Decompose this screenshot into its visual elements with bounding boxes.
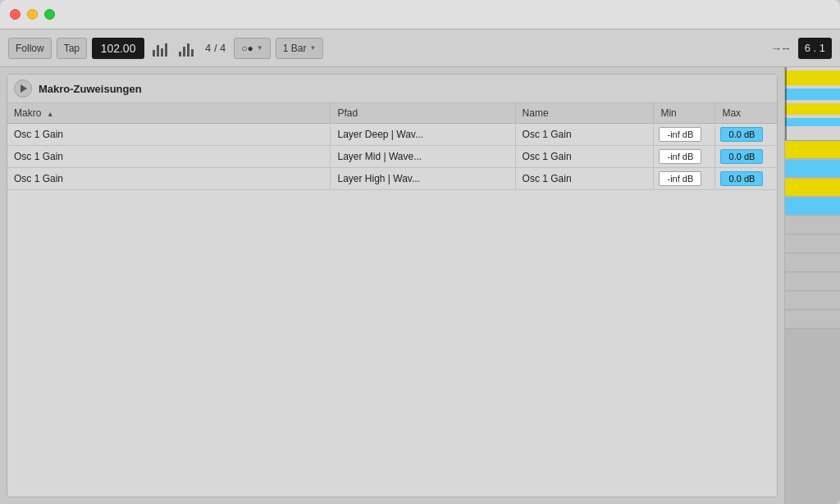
clip-view <box>785 67 840 140</box>
maximize-button[interactable] <box>44 9 55 20</box>
track-slot-10[interactable] <box>785 311 840 329</box>
clip-yellow-1 <box>785 70 840 85</box>
track-slot-8[interactable] <box>785 273 840 291</box>
min-value-box-1[interactable]: -inf dB <box>659 149 701 164</box>
cell-max-1[interactable]: 0.0 dB <box>715 146 777 168</box>
track-slot-6[interactable] <box>785 235 840 253</box>
min-value-box-2[interactable]: -inf dB <box>659 171 701 186</box>
follow-button[interactable]: Follow <box>8 38 52 59</box>
transport-bar: Follow Tap 102.00 4 / 4 ○● 1 Bar →-- 6 .… <box>0 30 840 67</box>
min-value-box-0[interactable]: -inf dB <box>659 127 701 142</box>
track-slot-5[interactable] <box>785 216 840 234</box>
assignments-table: Makro ▲ Pfad Name Min Max Osc 1 GainLaye… <box>7 103 777 190</box>
col-header-max[interactable]: Max <box>715 103 777 124</box>
play-button[interactable] <box>14 79 32 98</box>
clip-view-area <box>785 67 840 141</box>
clip-blue-2 <box>785 118 840 126</box>
col-header-min[interactable]: Min <box>654 103 715 124</box>
left-panel: Makro-Zuweisungen Makro ▲ Pfad Name Min <box>0 67 784 504</box>
cell-min-1[interactable]: -inf dB <box>654 146 715 168</box>
cell-makro-1: Osc 1 Gain <box>7 146 331 168</box>
main-content: Makro-Zuweisungen Makro ▲ Pfad Name Min <box>0 67 840 504</box>
track-slot-1[interactable] <box>785 141 840 159</box>
track-slots <box>785 141 840 504</box>
cell-makro-0: Osc 1 Gain <box>7 124 331 146</box>
track-slot-7[interactable] <box>785 254 840 272</box>
loop-mode-dropdown[interactable]: ○● <box>234 38 270 59</box>
track-slot-3[interactable] <box>785 179 840 197</box>
cell-makro-2: Osc 1 Gain <box>7 168 331 190</box>
beat-icon-1 <box>149 40 171 57</box>
cell-name-2: Osc 1 Gain <box>515 168 654 190</box>
playhead-indicator <box>785 67 787 140</box>
cell-pfad-2: Layer High | Wav... <box>331 168 515 190</box>
cell-max-2[interactable]: 0.0 dB <box>715 168 777 190</box>
table-header-row: Makro ▲ Pfad Name Min Max <box>7 103 777 124</box>
minimize-button[interactable] <box>27 9 38 20</box>
col-header-pfad[interactable]: Pfad <box>331 103 515 124</box>
cell-name-0: Osc 1 Gain <box>515 124 654 146</box>
panel-container: Makro-Zuweisungen Makro ▲ Pfad Name Min <box>7 74 778 497</box>
beat-icon-2 <box>176 40 197 57</box>
position-display[interactable]: 6 . 1 <box>798 38 832 59</box>
cell-min-0[interactable]: -inf dB <box>654 124 715 146</box>
play-triangle-icon <box>21 84 27 93</box>
cell-pfad-1: Layer Mid | Wave... <box>331 146 515 168</box>
arrow-button[interactable]: →-- <box>770 42 789 55</box>
title-bar <box>0 0 840 30</box>
cell-min-2[interactable]: -inf dB <box>654 168 715 190</box>
tap-button[interactable]: Tap <box>57 38 87 59</box>
max-value-box-2[interactable]: 0.0 dB <box>720 171 763 186</box>
max-value-box-1[interactable]: 0.0 dB <box>720 149 763 164</box>
col-header-name[interactable]: Name <box>515 103 654 124</box>
cell-pfad-0: Layer Deep | Wav... <box>331 124 515 146</box>
track-slot-9[interactable] <box>785 292 840 310</box>
cell-name-1: Osc 1 Gain <box>515 146 654 168</box>
table-row: Osc 1 GainLayer Mid | Wave...Osc 1 Gain-… <box>7 146 777 168</box>
sort-arrow-icon: ▲ <box>47 110 54 118</box>
traffic-lights <box>10 9 55 20</box>
col-header-makro[interactable]: Makro ▲ <box>7 103 331 124</box>
right-panel <box>784 67 840 504</box>
clip-yellow-2 <box>785 103 840 115</box>
tempo-display[interactable]: 102.00 <box>92 38 144 59</box>
clip-blue-1 <box>785 89 840 100</box>
macro-table: Makro ▲ Pfad Name Min Max Osc 1 GainLaye… <box>7 103 777 497</box>
close-button[interactable] <box>10 9 21 20</box>
cell-max-0[interactable]: 0.0 dB <box>715 124 777 146</box>
panel-header: Makro-Zuweisungen <box>7 75 777 103</box>
track-slot-2[interactable] <box>785 160 840 178</box>
table-row: Osc 1 GainLayer Deep | Wav...Osc 1 Gain-… <box>7 124 777 146</box>
transport-right: →-- 6 . 1 <box>770 38 832 59</box>
track-slot-4[interactable] <box>785 198 840 216</box>
panel-title: Makro-Zuweisungen <box>39 83 142 95</box>
max-value-box-0[interactable]: 0.0 dB <box>720 127 763 142</box>
quantization-dropdown[interactable]: 1 Bar <box>276 38 324 59</box>
table-row: Osc 1 GainLayer High | Wav...Osc 1 Gain-… <box>7 168 777 190</box>
time-signature[interactable]: 4 / 4 <box>202 42 229 54</box>
